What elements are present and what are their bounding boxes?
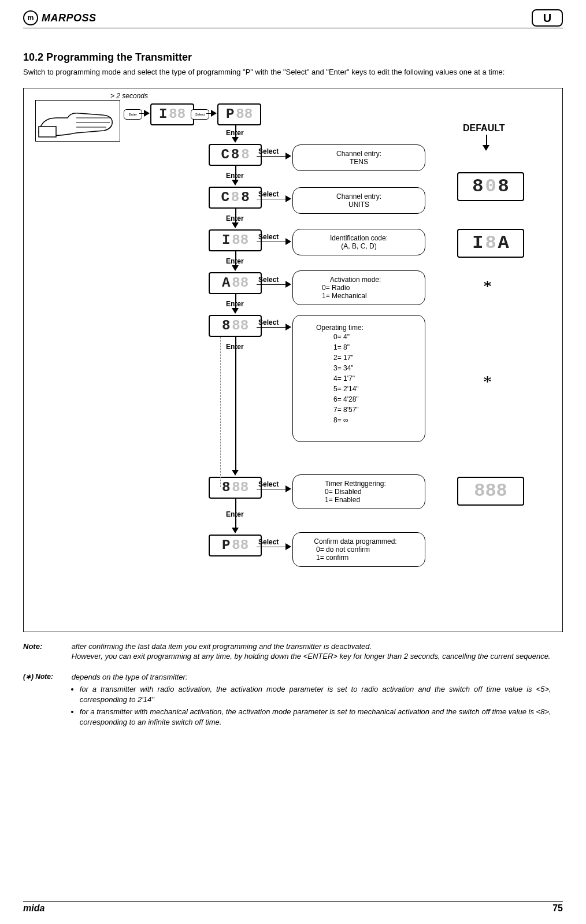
display-confirm: P88 [209, 535, 262, 556]
box-timer: Timer Rettriggering: 0= Disabled 1= Enab… [292, 474, 425, 509]
section-intro: Switch to programming mode and select th… [23, 67, 563, 77]
display-optime: 888 [209, 315, 262, 337]
select-label-3: Select [258, 233, 279, 241]
page-number: 75 [552, 903, 563, 914]
select-button-small[interactable]: Select [191, 109, 209, 120]
select-label-6: Select [258, 480, 279, 488]
note-star-label: (∗) Note: [23, 672, 69, 681]
programming-diagram: > 2 seconds Enter I88 Select P88 DEFAULT [23, 88, 563, 632]
select-label-7: Select [258, 538, 279, 546]
box-confirm: Confirm data programmed: 0= do not confi… [292, 532, 425, 567]
select-label-1: Select [258, 147, 279, 155]
hold-hint: > 2 seconds [110, 92, 148, 100]
select-label-2: Select [258, 190, 279, 198]
star-note-2: * [483, 372, 492, 391]
logo-icon: m [23, 10, 38, 25]
display-tens: C88 [209, 144, 262, 166]
display-id: I88 [209, 229, 262, 251]
box-operating-time: Operating time: 0= 4" 1= 8" 2= 17" 3= 34… [292, 315, 425, 442]
display-default-id: I8A [457, 229, 524, 258]
default-label: DEFAULT [463, 123, 505, 133]
enter-label-6: Enter [226, 343, 244, 351]
svg-rect-0 [39, 127, 56, 137]
box-id-code: Identification code:(A, B, C, D) [292, 229, 425, 255]
doc-badge: U [532, 9, 563, 27]
display-activation: A88 [209, 272, 262, 294]
note-label: Note: [23, 641, 69, 652]
page-footer: mida 75 [23, 901, 563, 914]
enter-button-small[interactable]: Enter [124, 109, 142, 120]
display-step-I: I88 [150, 103, 194, 125]
box-channel-tens: Channel entry:TENS [292, 144, 425, 171]
select-label-5: Select [258, 318, 279, 326]
star-note-1: * [483, 276, 492, 296]
box-channel-units: Channel entry:UNITS [292, 187, 425, 214]
page-header: m MARPOSS U [23, 9, 563, 28]
box-activation: Activation mode: 0= Radio 1= Mechanical [292, 270, 425, 305]
display-step-P: P88 [217, 103, 261, 125]
display-default-timer: 888 [457, 477, 524, 506]
enter-label-3: Enter [226, 214, 244, 222]
enter-label-4: Enter [226, 257, 244, 265]
notes-block: Note: after confirming the last data ite… [23, 641, 563, 730]
note-bullet-radio: for a transmitter with radio activation,… [80, 684, 551, 704]
section-title: 10.2 Programming the Transmitter [23, 51, 563, 64]
footer-product: mida [23, 903, 44, 914]
enter-label-1: Enter [226, 129, 244, 137]
select-label-4: Select [258, 276, 279, 284]
hand-icon [35, 100, 120, 142]
display-timer: 888 [209, 477, 262, 499]
enter-label-2: Enter [226, 172, 244, 180]
brand-name: MARPOSS [42, 12, 97, 24]
enter-label-7: Enter [226, 510, 244, 518]
display-default-channel: 808 [457, 172, 524, 201]
enter-label-5: Enter [226, 300, 244, 308]
display-units: C88 [209, 187, 262, 209]
note-bullet-mechanical: for a transmitter with mechanical activa… [80, 707, 551, 727]
brand-block: m MARPOSS [23, 10, 97, 25]
